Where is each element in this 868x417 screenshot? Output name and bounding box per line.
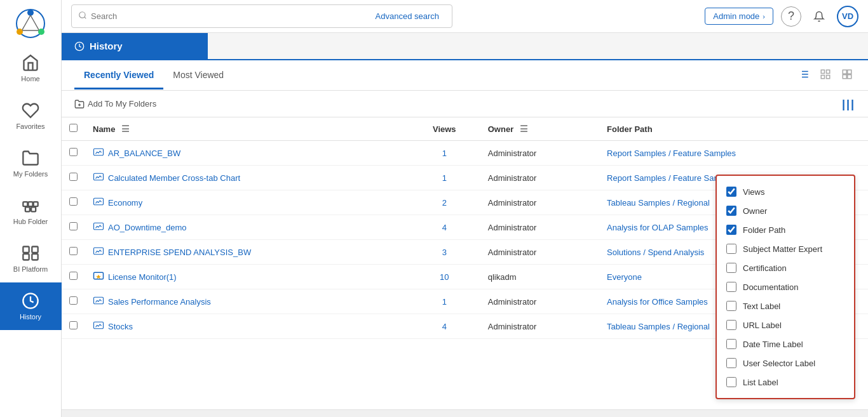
item-name-link[interactable]: Sales Performance Analysis	[93, 296, 401, 307]
list-view-button[interactable]	[796, 66, 812, 85]
item-name-link[interactable]: License Monitor(1)	[93, 271, 401, 282]
sidebar-item-label: BI Platform	[13, 265, 48, 273]
columns-icon: |||	[842, 98, 855, 110]
select-all-header[interactable]	[62, 117, 85, 141]
item-name-link[interactable]: Economy	[93, 197, 401, 208]
tab-recently-viewed[interactable]: Recently Viewed	[74, 62, 163, 89]
sidebar-item-favorites[interactable]: Favorites	[0, 92, 62, 140]
col-selector-item-list-label[interactable]: List Label	[717, 373, 854, 392]
large-grid-view-button[interactable]	[839, 66, 855, 85]
sidebar-item-my-folders[interactable]: My Folders	[0, 140, 62, 187]
search-input[interactable]	[91, 11, 369, 21]
col-selector-label-documentation: Documentation	[743, 282, 798, 292]
row-checkbox-cell	[62, 190, 85, 215]
col-selector-checkbox-owner[interactable]	[726, 206, 736, 216]
svg-rect-33	[848, 74, 851, 78]
svg-rect-15	[32, 254, 37, 260]
app-logo[interactable]	[13, 6, 48, 41]
col-selector-checkbox-url-label[interactable]	[726, 320, 736, 330]
svg-rect-13	[32, 247, 37, 253]
help-button[interactable]: ?	[781, 6, 801, 27]
col-selector-checkbox-views[interactable]	[726, 187, 736, 197]
select-all-checkbox[interactable]	[69, 124, 78, 132]
col-selector-checkbox-text-label[interactable]	[726, 301, 736, 311]
col-selector-item-user-selector-label[interactable]: User Selector Label	[717, 354, 854, 373]
owner-cell: Administrator	[480, 240, 599, 265]
col-selector-item-date-time-label[interactable]: Date Time Label	[717, 334, 854, 354]
col-selector-checkbox-folder-path[interactable]	[726, 225, 736, 235]
owner-cell: Administrator	[480, 314, 599, 339]
sidebar-item-home[interactable]: Home	[0, 44, 62, 92]
col-selector-item-subject-matter[interactable]: Subject Matter Expert	[717, 239, 854, 258]
tab-most-viewed[interactable]: Most Viewed	[163, 62, 233, 89]
row-checkbox-cell	[62, 265, 85, 289]
col-selector-item-certification[interactable]: Certification	[717, 258, 854, 277]
horizontal-scrollbar[interactable]	[62, 409, 868, 417]
platform-icon	[22, 244, 39, 262]
hub-icon	[22, 197, 39, 215]
sidebar-item-bi-platform[interactable]: BI Platform	[0, 235, 62, 282]
folder-path-cell[interactable]: Report Samples / Feature Samples	[599, 141, 868, 166]
col-selector-checkbox-list-label[interactable]	[726, 377, 736, 387]
owner-cell: Administrator	[480, 215, 599, 240]
col-selector-item-text-label[interactable]: Text Label	[717, 296, 854, 315]
row-checkbox[interactable]	[69, 197, 78, 206]
toolbar: Add To My Folders |||	[62, 91, 868, 117]
row-checkbox[interactable]	[69, 247, 78, 255]
item-name-link[interactable]: Stocks	[93, 321, 401, 332]
row-checkbox[interactable]	[69, 222, 78, 230]
item-name-text: Economy	[108, 198, 142, 208]
item-name-link[interactable]: AO_Downtime_demo	[93, 222, 401, 233]
avatar[interactable]: VD	[837, 6, 858, 27]
admin-mode-button[interactable]: Admin mode ›	[705, 8, 773, 25]
row-checkbox[interactable]	[69, 272, 78, 280]
col-selector-label-date-time-label: Date Time Label	[743, 340, 803, 349]
item-name-link[interactable]: ENTERPRISE SPEND ANALYSIS_BW	[93, 246, 401, 258]
history-title: History	[90, 41, 123, 51]
svg-point-17	[79, 12, 85, 18]
row-checkbox[interactable]	[69, 321, 78, 329]
sidebar-item-hub-folder[interactable]: Hub Folder	[0, 187, 62, 235]
col-selector-label-url-label: URL Label	[743, 321, 782, 330]
clock-icon	[22, 292, 39, 310]
col-selector-item-url-label[interactable]: URL Label	[717, 315, 854, 334]
topbar-right: Admin mode › ? VD	[705, 6, 858, 27]
grid-view-button[interactable]	[817, 66, 834, 85]
col-selector-checkbox-documentation[interactable]	[726, 282, 736, 292]
row-checkbox[interactable]	[69, 173, 78, 181]
chart-icon	[93, 222, 104, 233]
views-column-header: Views	[409, 117, 480, 141]
views-cell: 1	[409, 141, 480, 166]
advanced-search-button[interactable]: Advanced search	[369, 8, 445, 24]
svg-rect-38	[94, 198, 104, 205]
col-selector-checkbox-user-selector-label[interactable]	[726, 358, 736, 368]
row-checkbox[interactable]	[69, 148, 78, 156]
notifications-button[interactable]	[809, 6, 829, 27]
chart-icon	[93, 321, 104, 332]
column-selector-popup: ViewsOwnerFolder PathSubject Matter Expe…	[715, 175, 855, 399]
add-to-my-folders-button[interactable]: Add To My Folders	[74, 99, 156, 109]
item-name-link[interactable]: Calculated Member Cross-tab Chart	[93, 172, 401, 183]
col-selector-item-views[interactable]: Views	[717, 182, 854, 201]
col-selector-item-owner[interactable]: Owner	[717, 201, 854, 220]
row-checkbox-cell	[62, 240, 85, 265]
col-selector-checkbox-date-time-label[interactable]	[726, 339, 736, 349]
columns-selector-button[interactable]: |||	[842, 96, 855, 111]
svg-rect-31	[848, 70, 851, 74]
table-row: AR_BALANCE_BW1AdministratorReport Sample…	[62, 141, 868, 166]
col-selector-checkbox-subject-matter[interactable]	[726, 244, 736, 254]
folder-path-column-header: Folder Path	[599, 117, 868, 141]
col-selector-item-documentation[interactable]: Documentation	[717, 277, 854, 296]
owner-filter-icon[interactable]: ☰	[520, 124, 528, 134]
col-selector-item-folder-path[interactable]: Folder Path	[717, 220, 854, 239]
col-selector-checkbox-certification[interactable]	[726, 263, 736, 273]
chevron-right-icon: ›	[763, 13, 765, 20]
name-cell: License Monitor(1)	[85, 265, 409, 289]
heart-icon	[22, 102, 39, 119]
sidebar-item-history[interactable]: History	[0, 282, 62, 330]
item-name-link[interactable]: AR_BALANCE_BW	[93, 147, 401, 159]
owner-cell: Administrator	[480, 166, 599, 190]
history-tab-header[interactable]: History	[62, 33, 208, 59]
name-filter-icon[interactable]: ☰	[121, 124, 130, 134]
row-checkbox[interactable]	[69, 296, 78, 305]
